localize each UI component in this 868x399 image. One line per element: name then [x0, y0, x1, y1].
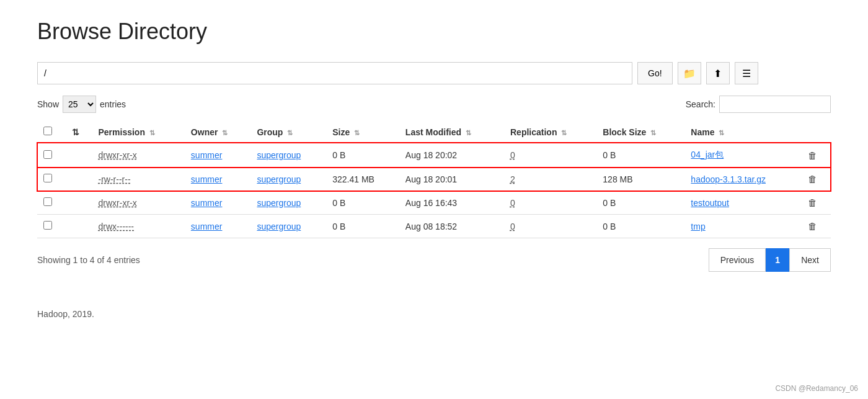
- row-permission: drwx------: [92, 215, 185, 238]
- table-row: drwxr-xr-xsummersupergroup0 BAug 16 16:4…: [37, 191, 831, 215]
- directory-table: ⇅ Permission ⇅ Owner ⇅ Group ⇅ Size ⇅ La…: [37, 122, 831, 238]
- row-sort-cell: [66, 143, 92, 168]
- footer: Hadoop, 2019.: [37, 309, 831, 319]
- row-delete-cell: 🗑: [802, 143, 831, 168]
- entries-select[interactable]: 10 25 50 100: [63, 96, 96, 113]
- th-checkbox: [37, 122, 66, 143]
- row-last-modified: Aug 18 20:01: [399, 168, 504, 191]
- table-row: drwxr-xr-xsummersupergroup0 BAug 18 20:0…: [37, 143, 831, 168]
- row-name: hadoop-3.1.3.tar.gz: [684, 168, 802, 191]
- path-input[interactable]: [37, 62, 632, 84]
- row-replication: 2: [504, 168, 596, 191]
- row-delete-cell: 🗑: [802, 215, 831, 238]
- select-all-checkbox[interactable]: [43, 127, 52, 135]
- row-checkbox[interactable]: [43, 221, 52, 230]
- next-button[interactable]: Next: [789, 248, 831, 272]
- th-permission[interactable]: Permission ⇅: [92, 122, 185, 143]
- delete-icon[interactable]: 🗑: [808, 150, 817, 161]
- row-checkbox[interactable]: [43, 197, 52, 206]
- size-sort-icon: ⇅: [354, 129, 360, 137]
- go-button[interactable]: Go!: [637, 62, 673, 84]
- row-permission: drwxr-xr-x: [92, 191, 185, 215]
- current-page: 1: [766, 248, 789, 272]
- table-row: drwx------summersupergroup0 BAug 08 18:5…: [37, 215, 831, 238]
- row-checkbox[interactable]: [43, 174, 52, 182]
- row-permission: -rw-r--r--: [92, 168, 185, 191]
- upload-icon: ⬆: [714, 68, 722, 79]
- row-group: supergroup: [250, 168, 326, 191]
- row-checkbox-cell: [37, 191, 66, 215]
- row-name: testoutput: [684, 191, 802, 215]
- row-size: 0 B: [326, 191, 399, 215]
- show-entries: Show 10 25 50 100 entries: [37, 96, 126, 113]
- last-modified-sort-icon: ⇅: [466, 129, 471, 137]
- delete-icon[interactable]: 🗑: [808, 174, 817, 184]
- table-row: -rw-r--r--summersupergroup322.41 MBAug 1…: [37, 168, 831, 191]
- th-group[interactable]: Group ⇅: [250, 122, 326, 143]
- th-sort[interactable]: ⇅: [66, 122, 92, 143]
- search-row: Search:: [686, 96, 831, 113]
- row-group: supergroup: [250, 143, 326, 168]
- row-replication: 0: [504, 191, 596, 215]
- row-checkbox-cell: [37, 168, 66, 191]
- search-label: Search:: [686, 99, 715, 109]
- controls-row: Show 10 25 50 100 entries Search:: [37, 96, 831, 113]
- path-bar: Go! 📁 ⬆ ☰: [37, 62, 831, 84]
- row-replication: 0: [504, 143, 596, 168]
- row-size: 0 B: [326, 143, 399, 168]
- th-size[interactable]: Size ⇅: [326, 122, 399, 143]
- row-size: 0 B: [326, 215, 399, 238]
- owner-sort-icon: ⇅: [222, 129, 228, 137]
- row-group: supergroup: [250, 191, 326, 215]
- row-sort-cell: [66, 168, 92, 191]
- row-group: supergroup: [250, 215, 326, 238]
- row-last-modified: Aug 18 20:02: [399, 143, 504, 168]
- th-block-size[interactable]: Block Size ⇅: [596, 122, 684, 143]
- row-delete-cell: 🗑: [802, 191, 831, 215]
- row-owner: summer: [185, 143, 251, 168]
- group-sort-icon: ⇅: [287, 129, 293, 137]
- pagination: Previous 1 Next: [709, 248, 831, 272]
- entries-label: entries: [100, 99, 126, 109]
- table-header-row: ⇅ Permission ⇅ Owner ⇅ Group ⇅ Size ⇅ La…: [37, 122, 831, 143]
- upload-icon-button[interactable]: ⬆: [706, 62, 730, 84]
- row-sort-cell: [66, 191, 92, 215]
- th-action: [802, 122, 831, 143]
- row-block-size: 0 B: [596, 191, 684, 215]
- th-replication[interactable]: Replication ⇅: [504, 122, 596, 143]
- block-size-sort-icon: ⇅: [650, 129, 656, 137]
- list-icon-button[interactable]: ☰: [735, 62, 758, 84]
- row-checkbox-cell: [37, 215, 66, 238]
- replication-sort-icon: ⇅: [561, 129, 567, 137]
- row-name: 04_jar包: [684, 143, 802, 168]
- row-name: tmp: [684, 215, 802, 238]
- row-checkbox[interactable]: [43, 150, 52, 159]
- row-block-size: 0 B: [596, 143, 684, 168]
- page-title: Browse Directory: [37, 19, 831, 45]
- row-last-modified: Aug 08 18:52: [399, 215, 504, 238]
- row-permission: drwxr-xr-x: [92, 143, 185, 168]
- row-last-modified: Aug 16 16:43: [399, 191, 504, 215]
- th-owner[interactable]: Owner ⇅: [185, 122, 251, 143]
- row-block-size: 0 B: [596, 215, 684, 238]
- delete-icon[interactable]: 🗑: [808, 221, 817, 231]
- row-checkbox-cell: [37, 143, 66, 168]
- row-owner: summer: [185, 215, 251, 238]
- th-last-modified[interactable]: Last Modified ⇅: [399, 122, 504, 143]
- previous-button[interactable]: Previous: [709, 248, 766, 272]
- row-size: 322.41 MB: [326, 168, 399, 191]
- folder-icon: 📁: [683, 68, 696, 79]
- search-input[interactable]: [719, 96, 831, 113]
- th-name[interactable]: Name ⇅: [684, 122, 802, 143]
- row-replication: 0: [504, 215, 596, 238]
- showing-text: Showing 1 to 4 of 4 entries: [37, 255, 140, 265]
- delete-icon[interactable]: 🗑: [808, 197, 817, 208]
- folder-icon-button[interactable]: 📁: [678, 62, 701, 84]
- name-sort-icon: ⇅: [719, 129, 724, 137]
- sort-icon: ⇅: [72, 127, 79, 137]
- list-icon: ☰: [742, 68, 751, 79]
- row-delete-cell: 🗑: [802, 168, 831, 191]
- row-owner: summer: [185, 191, 251, 215]
- permission-sort-icon: ⇅: [149, 129, 155, 137]
- row-owner: summer: [185, 168, 251, 191]
